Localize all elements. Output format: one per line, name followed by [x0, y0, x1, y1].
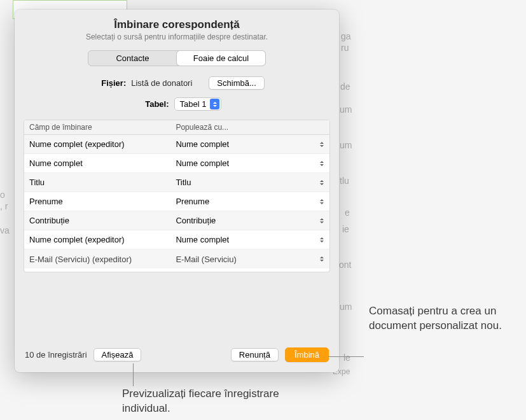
mail-merge-dialog: Îmbinare corespondență Selectați o sursă…: [15, 10, 339, 372]
bg-snip: e: [345, 205, 350, 221]
callout-leader: [328, 356, 364, 357]
dropdown-icon[interactable]: [318, 235, 326, 244]
dropdown-icon[interactable]: [318, 216, 326, 225]
bg-snip: , r: [0, 199, 8, 214]
dialog-title: Îmbinare corespondență: [15, 18, 339, 31]
dialog-subtitle: Selectați o sursă pentru informațiile de…: [15, 32, 339, 41]
bg-snip: tlu: [340, 173, 349, 189]
records-count: 10 de înregistrări: [25, 350, 87, 360]
table-header: Câmp de îmbinare Populează cu...: [24, 120, 329, 135]
dropdown-icon[interactable]: [318, 178, 326, 187]
merge-field-cell: Contribuție: [24, 216, 170, 225]
table-row[interactable]: Titlu Titlu: [24, 173, 329, 192]
populate-cell[interactable]: Titlu: [170, 178, 329, 187]
table-row[interactable]: Nume complet (expeditor) Nume complet: [24, 135, 329, 154]
populate-cell[interactable]: Nume complet: [170, 235, 329, 244]
segmented-contacts[interactable]: Contacte: [88, 51, 177, 66]
populate-cell[interactable]: Contribuție: [170, 216, 329, 225]
field-mapping-table: Câmp de îmbinare Populează cu... Nume co…: [24, 120, 330, 272]
preview-button[interactable]: Afișează: [93, 348, 142, 361]
bg-snip: de: [340, 79, 350, 95]
bg-snip: ie: [342, 221, 349, 237]
table-row[interactable]: Nume complet Nume complet: [24, 154, 329, 173]
file-value: Listă de donatori: [131, 78, 192, 88]
table-row[interactable]: Prenume Prenume: [24, 192, 329, 211]
merge-button[interactable]: Îmbină: [285, 347, 329, 362]
change-file-button[interactable]: Schimbă...: [209, 76, 264, 90]
col-merge-field[interactable]: Câmp de îmbinare: [24, 120, 170, 134]
table-select[interactable]: Tabel 1: [174, 97, 222, 111]
dropdown-icon[interactable]: [318, 255, 326, 263]
table-body: Nume complet (expeditor) Nume complet Nu…: [24, 135, 329, 270]
table-row: Tabel: Tabel 1: [15, 97, 339, 111]
table-row[interactable]: Contribuție Contribuție: [24, 211, 329, 230]
dropdown-icon[interactable]: [318, 197, 326, 206]
bg-snip: um: [340, 102, 352, 118]
col-populate-with[interactable]: Populează cu...: [170, 120, 329, 134]
populate-cell[interactable]: Nume complet: [170, 158, 329, 168]
segmented-spreadsheet[interactable]: Foaie de calcul: [177, 51, 265, 66]
callout-preview: Previzualizați fiecare înregistrare indi…: [122, 387, 287, 416]
bg-snip: ru: [341, 40, 349, 56]
merge-field-cell: Titlu: [24, 178, 170, 187]
bg-snip: um: [340, 137, 352, 153]
populate-cell[interactable]: Prenume: [170, 197, 329, 206]
table-select-value: Tabel 1: [180, 99, 207, 109]
dropdown-icon[interactable]: [318, 159, 326, 168]
bg-snip: um: [340, 299, 352, 315]
merge-field-cell: Nume complet (expeditor): [24, 235, 170, 244]
file-row: Fișier: Listă de donatori Schimbă...: [15, 76, 339, 90]
populate-cell[interactable]: Nume complet: [170, 139, 329, 149]
file-label: Fișier:: [89, 78, 126, 88]
merge-field-cell: E-Mail (Serviciu) (expeditor): [24, 255, 170, 264]
bg-snip: ont: [339, 257, 351, 273]
table-label: Tabel:: [132, 99, 169, 109]
table-row[interactable]: E-Mail (Serviciu) (expeditor) E-Mail (Se…: [24, 249, 329, 269]
cancel-button[interactable]: Renunță: [231, 348, 279, 361]
merge-field-cell: Prenume: [24, 197, 170, 206]
bg-snip: le: [343, 350, 350, 366]
source-segmented-control: Contacte Foaie de calcul: [88, 50, 266, 66]
dropdown-icon[interactable]: [318, 140, 326, 149]
merge-field-cell: Nume complet: [24, 158, 170, 168]
stepper-icon: [210, 99, 219, 109]
dialog-footer: 10 de înregistrări Afișează Renunță Îmbi…: [15, 339, 339, 372]
merge-field-cell: Nume complet (expeditor): [24, 139, 170, 149]
populate-cell[interactable]: E-Mail (Serviciu): [170, 255, 329, 264]
callout-leader: [133, 363, 134, 386]
bg-snip: va: [0, 223, 10, 239]
callout-merge: Comasați pentru a crea un document perso…: [369, 304, 515, 333]
table-row[interactable]: Nume complet (expeditor) Nume complet: [24, 230, 329, 249]
